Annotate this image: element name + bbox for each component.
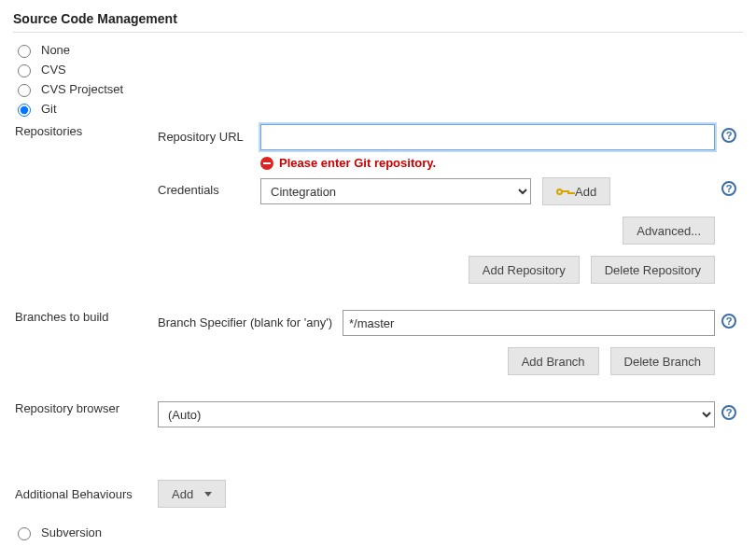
branches-to-build-label: Branches to build [15,310,108,324]
help-icon-repo-url[interactable]: ? [721,128,736,143]
section-title: Source Code Management [13,7,743,33]
delete-repository-button[interactable]: Delete Repository [591,256,715,284]
branch-specifier-input[interactable] [343,310,715,336]
scm-label-none[interactable]: None [41,43,70,57]
repo-browser-select[interactable]: (Auto) [158,401,715,427]
scm-radio-cvs-projectset[interactable] [18,84,31,97]
add-behaviour-button[interactable]: Add [158,480,226,508]
help-icon-credentials[interactable]: ? [721,181,736,196]
branch-specifier-label: Branch Specifier (blank for 'any') [158,315,332,329]
repo-browser-label: Repository browser [15,401,119,415]
help-icon-repo-browser[interactable]: ? [721,405,736,420]
repo-url-label: Repository URL [158,130,244,144]
chevron-down-icon [204,492,212,497]
add-branch-button[interactable]: Add Branch [508,347,599,375]
delete-branch-button[interactable]: Delete Branch [610,347,715,375]
credentials-select[interactable]: Cintegration [260,178,531,204]
scm-label-cvs-projectset[interactable]: CVS Projectset [41,82,123,96]
additional-behaviours-label: Additional Behaviours [15,487,133,501]
scm-label-subversion[interactable]: Subversion [41,525,102,539]
add-credentials-label: Add [575,185,596,199]
scm-label-git[interactable]: Git [41,102,57,116]
add-repository-button[interactable]: Add Repository [469,256,580,284]
scm-radio-subversion[interactable] [18,527,31,540]
key-icon [556,188,569,196]
scm-radio-cvs[interactable] [18,64,31,77]
scm-label-cvs[interactable]: CVS [41,63,66,77]
add-behaviour-label: Add [172,487,193,501]
help-icon-branch-specifier[interactable]: ? [721,314,736,329]
credentials-label: Credentials [158,183,219,197]
add-credentials-button[interactable]: Add [542,177,610,205]
repo-url-input[interactable] [260,124,715,150]
scm-radio-none[interactable] [18,45,31,58]
repositories-label: Repositories [15,124,82,138]
advanced-button[interactable]: Advanced... [623,217,715,245]
scm-radio-git[interactable] [18,104,31,117]
repo-url-error-text: Please enter Git repository. [279,156,436,170]
error-icon [260,157,273,170]
